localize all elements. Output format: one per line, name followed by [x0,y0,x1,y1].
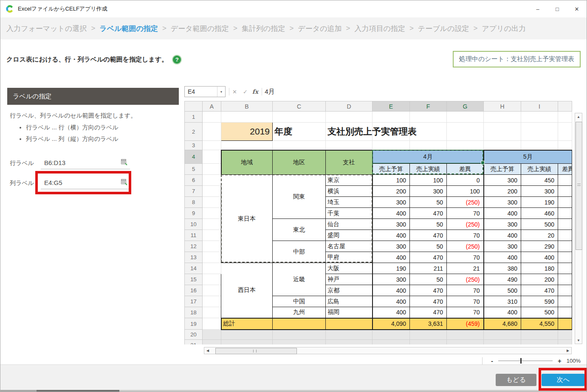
cell[interactable] [373,330,410,340]
row-header[interactable]: 20 [185,330,203,340]
cell[interactable] [484,340,521,345]
column-header[interactable]: B [221,101,273,112]
formula-bar[interactable]: ✕ ✓ fx 4月 [229,86,582,97]
cell[interactable]: 470 [410,307,447,318]
cell[interactable] [273,112,326,123]
column-header[interactable]: I [521,101,558,112]
cell[interactable]: 50 [410,219,447,230]
cell[interactable] [203,141,221,150]
cell[interactable]: 400 [373,252,410,263]
cell[interactable]: 400 [373,296,410,307]
cell[interactable] [558,252,572,263]
year-cell[interactable]: 2019 [221,123,273,141]
cell[interactable]: 50 [410,274,447,285]
chevron-down-icon[interactable]: ▼ [217,87,225,97]
cell[interactable] [410,330,447,340]
formula-enter-icon[interactable]: ✓ [243,89,248,95]
cell[interactable]: 70 [447,296,484,307]
cell[interactable] [558,230,572,241]
cell[interactable]: 広島 [326,296,373,307]
cell[interactable] [521,141,558,150]
cell[interactable] [410,112,447,123]
row-header[interactable]: 3 [185,141,203,150]
cell[interactable] [203,219,221,230]
row-header[interactable]: 15 [185,274,203,285]
cell[interactable] [221,112,273,123]
step-aggregate-column[interactable]: 集計列の指定 [242,24,285,34]
cell[interactable] [558,208,572,219]
cell[interactable]: 300 [410,186,447,197]
district-cell[interactable]: 関東 [273,175,326,219]
cell[interactable] [521,340,558,345]
cell[interactable]: 4,090 [373,318,410,330]
cell[interactable] [326,330,373,340]
cell[interactable]: 200 [373,186,410,197]
district-cell[interactable]: 近畿 [273,263,326,296]
subheader[interactable]: 売上予算 [373,164,410,175]
cell[interactable] [558,197,572,208]
subheader[interactable]: 売上実績 [521,164,558,175]
cell[interactable]: 470 [410,296,447,307]
district-cell[interactable]: 中部 [273,241,326,263]
cell[interactable] [558,112,572,123]
cell[interactable] [484,112,521,123]
range-picker-icon[interactable] [121,159,127,165]
subheader[interactable]: 差異 [558,164,572,175]
cell[interactable]: 470 [410,230,447,241]
horizontal-scroll-thumb[interactable] [215,348,297,354]
cell[interactable] [203,296,221,307]
cell[interactable]: 大阪 [326,263,373,274]
step-add-data[interactable]: データの追加 [298,24,341,34]
cell[interactable]: 千葉 [326,208,373,219]
cell[interactable] [558,141,572,150]
row-header[interactable]: 19 [185,318,203,330]
cell[interactable]: 211 [410,263,447,274]
cell[interactable]: 0 [447,175,484,186]
cell[interactable] [521,123,558,141]
header-month-april[interactable]: 4月 [373,150,484,164]
cell[interactable]: 70 [447,285,484,296]
zoom-out-icon[interactable]: - [489,357,495,364]
cell[interactable] [558,307,572,318]
cell[interactable]: 70 [447,252,484,263]
cell[interactable] [273,318,326,330]
cell[interactable] [558,296,572,307]
cell[interactable] [521,112,558,123]
cell[interactable] [203,307,221,318]
cell[interactable] [447,123,484,141]
cell[interactable] [484,141,521,150]
row-header[interactable]: 17 [185,296,203,307]
cell[interactable] [558,263,572,274]
region-cell[interactable]: 東日本 [221,175,273,263]
vertical-scroll-thumb[interactable] [576,122,582,250]
row-header[interactable]: 10 [185,219,203,230]
step-table-settings[interactable]: テーブルの設定 [418,24,469,34]
name-box[interactable]: E4 ▼ [184,86,226,97]
row-header[interactable]: 9 [185,208,203,219]
subheader[interactable]: 差異 [447,164,484,175]
cell[interactable]: 神戸 [326,274,373,285]
cell[interactable]: 300 [373,197,410,208]
cell[interactable] [221,340,273,345]
cell[interactable] [410,340,447,345]
range-picker-icon[interactable] [121,179,127,185]
header-district[interactable]: 地区 [273,150,326,175]
cell[interactable]: 福岡 [326,307,373,318]
cell[interactable]: 盛岡 [326,230,373,241]
cell[interactable]: 21 [447,263,484,274]
row-header[interactable]: 14 [185,263,203,274]
cell[interactable]: 50 [410,197,447,208]
maximize-button[interactable]: □ [547,0,567,17]
cell[interactable] [558,175,572,186]
total-label-cell[interactable]: 総計 [221,318,273,330]
cell[interactable] [558,285,572,296]
cell[interactable] [558,186,572,197]
cell[interactable] [203,318,221,330]
cell[interactable] [203,340,221,345]
cell[interactable]: 20 [521,230,558,241]
cell[interactable] [221,330,273,340]
cell[interactable]: 3,631 [410,318,447,330]
cell[interactable] [273,330,326,340]
cell[interactable]: 東京 [326,175,373,186]
minimize-button[interactable]: – [528,0,547,17]
